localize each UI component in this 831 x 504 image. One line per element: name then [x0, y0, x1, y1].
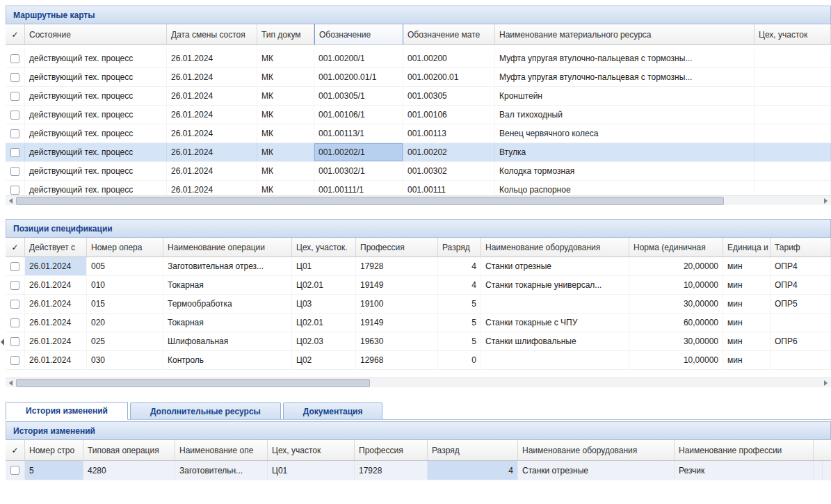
column-header[interactable]: Цех, участок.: [292, 238, 356, 257]
scroll-right-button[interactable]: [821, 196, 831, 206]
table-cell[interactable]: [755, 181, 831, 195]
column-header[interactable]: Тип докум: [257, 24, 314, 44]
table-cell[interactable]: действующий тех. процесс: [25, 162, 167, 180]
table-cell[interactable]: мин: [723, 314, 771, 332]
table-cell[interactable]: 001.00302/1: [314, 162, 403, 180]
table-row[interactable]: действующий тех. процесс26.01.2024МК001.…: [6, 68, 831, 87]
table-cell[interactable]: 030: [87, 351, 163, 369]
row-checkbox[interactable]: [10, 73, 19, 82]
table-cell[interactable]: Ц01: [292, 257, 356, 275]
table-cell[interactable]: мин: [723, 257, 771, 275]
table-cell[interactable]: Ц02.01: [292, 276, 356, 294]
table-cell[interactable]: 001.00200/1: [314, 49, 403, 67]
table-cell[interactable]: [755, 162, 831, 180]
table-cell[interactable]: Резчик: [675, 461, 814, 480]
row-checkbox[interactable]: [10, 337, 19, 346]
table-cell[interactable]: 001.00200: [403, 49, 495, 67]
table-cell[interactable]: МК: [257, 124, 314, 143]
column-header[interactable]: Цех, участок: [755, 24, 831, 44]
table-cell[interactable]: Заготовительн...: [175, 461, 268, 480]
table-cell[interactable]: МК: [257, 181, 314, 195]
table-row[interactable]: действующий тех. процесс26.01.2024МК001.…: [6, 87, 831, 106]
table-cell[interactable]: 26.01.2024: [167, 68, 257, 86]
table-cell[interactable]: [755, 87, 831, 105]
table-cell[interactable]: 26.01.2024: [25, 314, 87, 332]
table-cell[interactable]: Муфта упругая втулочно-пальцевая с тормо…: [495, 68, 755, 86]
row-checkbox[interactable]: [10, 111, 19, 120]
table-cell[interactable]: 5: [438, 295, 481, 313]
tab-documentation[interactable]: Документация: [283, 403, 383, 419]
table-cell[interactable]: 4280: [83, 461, 175, 480]
select-all-header[interactable]: ✓: [6, 24, 25, 44]
table-row[interactable]: 26.01.2024005Заготовительная отрез...Ц01…: [6, 257, 831, 276]
table-cell[interactable]: 0: [438, 351, 481, 369]
table-cell[interactable]: 10,00000: [629, 276, 723, 294]
table-cell[interactable]: 010: [87, 276, 163, 294]
column-header[interactable]: Номер стро: [25, 440, 83, 460]
column-header[interactable]: Наименование материального ресурса: [495, 24, 755, 44]
table-row[interactable]: действующий тех. процесс26.01.2024МК001.…: [6, 124, 831, 143]
table-cell[interactable]: 5: [438, 332, 481, 350]
table-cell[interactable]: 001.00305: [403, 87, 495, 105]
table-cell[interactable]: действующий тех. процесс: [25, 181, 167, 195]
table-cell[interactable]: 19149: [356, 314, 438, 332]
row-checkbox[interactable]: [10, 300, 19, 309]
column-header[interactable]: Наименование оборудования: [481, 238, 629, 257]
row-checkbox[interactable]: [10, 54, 19, 63]
table-cell[interactable]: 20,00000: [629, 257, 723, 275]
table-row[interactable]: 26.01.2024025ШлифовальнаяЦ02.03196305Ста…: [6, 332, 831, 351]
scroll-thumb[interactable]: [16, 197, 724, 205]
table-cell[interactable]: МК: [257, 162, 314, 180]
select-all-header[interactable]: ✓: [6, 440, 25, 460]
row-checkbox[interactable]: [10, 466, 19, 475]
table-row[interactable]: 54280Заготовительн...Ц01179284Станки отр…: [6, 461, 831, 480]
table-cell[interactable]: Станки отрезные: [481, 257, 629, 275]
table-cell[interactable]: Токарная: [163, 314, 292, 332]
row-checkbox[interactable]: [10, 186, 19, 195]
table-cell[interactable]: 30,00000: [629, 332, 723, 350]
table-row[interactable]: действующий тех. процесс26.01.2024МК001.…: [6, 181, 831, 195]
table-cell[interactable]: Контроль: [163, 351, 292, 369]
scroll-thumb[interactable]: [16, 379, 370, 387]
table-cell[interactable]: ОПР4: [771, 276, 831, 294]
table-cell[interactable]: ОПР6: [771, 332, 831, 350]
table-cell[interactable]: 001.00302: [403, 162, 495, 180]
table-cell[interactable]: Шлифовальная: [163, 332, 292, 350]
table-cell[interactable]: 26.01.2024: [167, 87, 257, 105]
table-row[interactable]: действующий тех. процесс26.01.2024МК001.…: [6, 49, 831, 68]
table-cell[interactable]: действующий тех. процесс: [25, 49, 167, 67]
table-cell[interactable]: 60,00000: [629, 314, 723, 332]
table-cell[interactable]: 4: [438, 257, 481, 275]
table-cell[interactable]: Ц01: [268, 461, 355, 480]
table-cell[interactable]: Заготовительная отрез...: [163, 257, 292, 275]
table-cell[interactable]: 020: [87, 314, 163, 332]
row-checkbox[interactable]: [10, 167, 19, 176]
table-cell[interactable]: 30,00000: [629, 295, 723, 313]
table-cell[interactable]: [755, 68, 831, 86]
scroll-track[interactable]: [16, 196, 821, 206]
row-checkbox[interactable]: [10, 92, 19, 101]
table-cell[interactable]: 5: [25, 461, 83, 480]
column-header[interactable]: Типовая операция: [83, 440, 175, 460]
column-header[interactable]: Обозначение: [314, 24, 403, 44]
column-header[interactable]: Единица и: [723, 238, 771, 257]
table-row[interactable]: действующий тех. процесс26.01.2024МК001.…: [6, 106, 831, 124]
table-cell[interactable]: действующий тех. процесс: [25, 68, 167, 86]
table-cell[interactable]: 10,00000: [629, 351, 723, 369]
row-checkbox[interactable]: [10, 318, 19, 327]
table-cell[interactable]: 001.00106/1: [314, 106, 403, 124]
table-cell[interactable]: [481, 295, 629, 313]
table-cell[interactable]: 001.00200.01: [403, 68, 495, 86]
table-cell[interactable]: 4: [438, 276, 481, 294]
table-cell[interactable]: Термообработка: [163, 295, 292, 313]
select-all-header[interactable]: ✓: [6, 238, 25, 257]
table-cell[interactable]: Ц02: [292, 351, 356, 369]
table-cell[interactable]: [755, 49, 831, 67]
table-cell[interactable]: Станки отрезные: [518, 461, 675, 480]
table-cell[interactable]: ОПР4: [771, 257, 831, 275]
table-cell[interactable]: 26.01.2024: [167, 106, 257, 124]
column-header[interactable]: Профессия: [356, 238, 438, 257]
table-cell[interactable]: [755, 106, 831, 124]
table-cell[interactable]: 001.00111/1: [314, 181, 403, 195]
table-cell[interactable]: Ц03: [292, 295, 356, 313]
